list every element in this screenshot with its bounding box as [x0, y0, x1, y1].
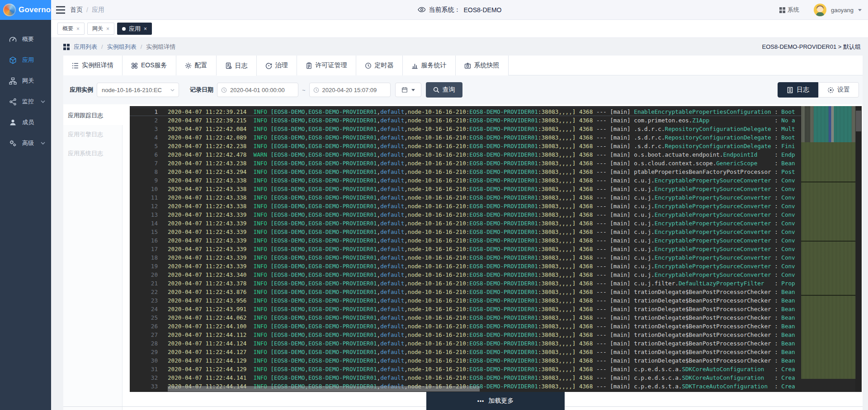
chevron-down-icon	[170, 88, 175, 93]
log-line: 322020-04-07 11:22:44.141 INFO [EOS8-DEM…	[130, 373, 862, 382]
view-button-设置[interactable]: 设置	[818, 82, 859, 98]
card-tab-治理[interactable]: 治理	[257, 56, 297, 75]
log-line: 192020-04-07 11:22:43.339 INFO [EOS8-DEM…	[130, 262, 862, 270]
log-line: 82020-04-07 11:22:43.294 INFO [EOS8-DEMO…	[130, 168, 862, 176]
log-line: 312020-04-07 11:22:44.129 INFO [EOS8-DEM…	[130, 365, 862, 373]
card-tab-label: 系统快照	[474, 61, 500, 70]
log-tab-label: 应用系统日志	[68, 149, 103, 158]
log-line: 22020-04-07 11:22:39.215 INFO [EOS8-DEMO…	[130, 116, 862, 125]
vertical-scrollbar-thumb[interactable]	[856, 111, 861, 131]
tag-label: 应用	[129, 25, 141, 33]
search-button[interactable]: 查询	[426, 82, 462, 98]
breadcrumb-link-app-list[interactable]: 应用列表	[74, 43, 97, 51]
log-line: 112020-04-07 11:22:43.338 INFO [EOS8-DEM…	[130, 193, 862, 202]
close-icon[interactable]: ×	[76, 26, 80, 32]
log-tab-应用跟踪日志[interactable]: 应用跟踪日志	[63, 106, 123, 125]
close-icon[interactable]: ×	[144, 26, 147, 32]
username[interactable]: gaoyang	[831, 7, 854, 14]
breadcrumb-link-instance-group-list[interactable]: 实例组列表	[107, 43, 137, 51]
log-tab-应用系统日志[interactable]: 应用系统日志	[63, 144, 122, 163]
minimap-separator	[801, 241, 855, 242]
view-button-label: 日志	[797, 86, 809, 94]
advanced-icon	[9, 140, 17, 147]
user-caret-icon[interactable]	[858, 9, 862, 13]
card-tab-spacer	[509, 56, 863, 75]
log-tab-应用引擎日志[interactable]: 应用引擎日志	[63, 125, 122, 144]
stats-icon	[411, 62, 418, 69]
chevron-down-icon	[40, 99, 46, 104]
sidebar-item-概要[interactable]: 概要	[0, 29, 51, 50]
system-menu-label: 系统	[788, 6, 799, 14]
log-line: 182020-04-07 11:22:43.339 INFO [EOS8-DEM…	[130, 253, 862, 262]
sidebar-item-成员[interactable]: 成员	[0, 112, 51, 133]
clock-icon	[313, 87, 319, 93]
log-line: 212020-04-07 11:22:43.378 INFO [EOS8-DEM…	[130, 279, 862, 288]
apps-grid-icon[interactable]	[63, 44, 70, 50]
log-line: 162020-04-07 11:22:43.339 INFO [EOS8-DEM…	[130, 236, 862, 245]
card-tab-实例组详情[interactable]: 实例组详情	[63, 56, 123, 75]
brand-swirl-icon	[3, 4, 16, 16]
card-tab-label: 配置	[195, 61, 208, 70]
current-system: 当前系统： EOS8-DEMO	[417, 0, 501, 20]
hamburger-icon[interactable]	[56, 5, 66, 14]
card-tab-定时器[interactable]: 定时器	[356, 56, 403, 75]
minimap-separator	[801, 182, 855, 182]
card-tab-label: 定时器	[375, 61, 394, 70]
snapshot-icon	[464, 62, 471, 69]
card-tab-label: EOS服务	[141, 61, 167, 70]
card-tab-服务统计[interactable]: 服务统计	[403, 56, 456, 75]
breadcrumb-separator: /	[141, 43, 142, 50]
sidebar-item-label: 监控	[22, 98, 34, 106]
sidebar-item-应用[interactable]: 应用	[0, 50, 51, 70]
sidebar-item-高级[interactable]: 高级	[0, 133, 51, 154]
eye-icon	[417, 7, 425, 13]
minimap-top-block	[801, 106, 855, 142]
calendar-dropdown-button[interactable]	[395, 83, 421, 97]
log-line: 62020-04-07 11:22:42.478 WARN [EOS8-DEMO…	[130, 150, 862, 159]
tag-网关[interactable]: 网关×	[87, 23, 114, 35]
log-view-icon	[787, 87, 793, 93]
card-tab-label: 服务统计	[421, 61, 447, 70]
brand-logo[interactable]: Governor	[0, 0, 51, 20]
card-tab-bar: 实例组详情EOS服务配置日志治理许可证管理定时器服务统计系统快照	[63, 56, 863, 75]
sidebar-item-label: 成员	[22, 118, 34, 126]
sidebar-item-监控[interactable]: 监控	[0, 91, 51, 112]
instance-select[interactable]: node-10-16-16-210:EC	[97, 83, 179, 97]
breadcrumb-home[interactable]: 首页	[70, 6, 83, 14]
card-tab-系统快照[interactable]: 系统快照	[456, 56, 509, 75]
date-from-input[interactable]: 2020-04-01 00:00:00	[217, 83, 298, 97]
log-line: 152020-04-07 11:22:43.339 INFO [EOS8-DEM…	[130, 228, 862, 236]
card-tab-EOS服务[interactable]: EOS服务	[123, 56, 176, 75]
log-line: 102020-04-07 11:22:43.338 INFO [EOS8-DEM…	[130, 185, 862, 193]
card-tab-日志[interactable]: 日志	[217, 56, 257, 76]
sidebar-item-label: 网关	[22, 77, 34, 85]
top-header: 首页 / 应用 当前系统： EOS8-DEMO 系统 gaoyang	[51, 0, 868, 20]
load-more-button[interactable]: ••• 加载更多	[426, 392, 565, 410]
tag-概要[interactable]: 概要×	[57, 23, 85, 35]
breadcrumb-current-page: 实例组详情	[146, 43, 175, 51]
app-cube-icon	[9, 56, 17, 64]
caret-down-icon	[411, 89, 415, 93]
filter-bar: 应用实例 node-10-16-16-210:EC 记录日期 2020-04-0…	[63, 75, 863, 104]
avatar[interactable]	[814, 4, 826, 16]
date-range-separator: ~	[302, 87, 306, 93]
date-to-input[interactable]: 2020-04-20 15:07:09	[309, 83, 391, 97]
horizontal-scrollbar-thumb[interactable]	[168, 386, 480, 391]
governor-app: { "brand": { "name": "Governor" }, "head…	[0, 0, 868, 410]
tag-应用[interactable]: 应用×	[117, 23, 152, 35]
vertical-scrollbar[interactable]	[855, 106, 862, 392]
log-terminal: 12020-04-07 11:22:39.214 INFO [EOS8-DEMO…	[130, 106, 862, 392]
view-button-label: 设置	[837, 86, 850, 94]
view-button-日志[interactable]: 日志	[778, 82, 818, 98]
log-line: 142020-04-07 11:22:43.339 INFO [EOS8-DEM…	[130, 219, 862, 228]
sidebar-item-网关[interactable]: 网关	[0, 70, 51, 91]
main-card: 实例组详情EOS服务配置日志治理许可证管理定时器服务统计系统快照 应用实例 no…	[63, 56, 863, 410]
tags-bar: 概要×网关×应用×	[51, 20, 868, 38]
view-switch: 日志设置	[778, 82, 859, 98]
minimap[interactable]	[801, 106, 855, 379]
system-menu[interactable]: 系统	[779, 6, 799, 14]
card-tab-许可证管理[interactable]: 许可证管理	[297, 56, 356, 75]
log-line: 222020-04-07 11:22:43.876 INFO [EOS8-DEM…	[130, 288, 862, 296]
card-tab-配置[interactable]: 配置	[176, 56, 217, 75]
close-icon[interactable]: ×	[106, 26, 109, 32]
